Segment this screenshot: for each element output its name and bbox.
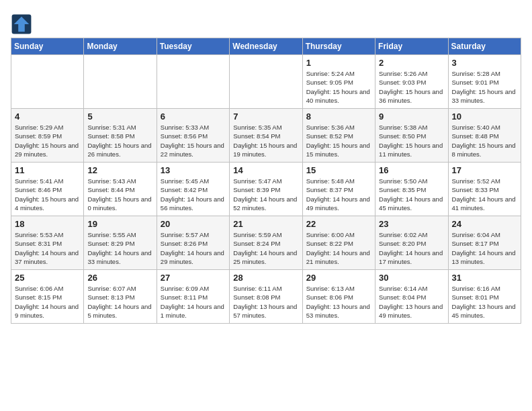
calendar-cell: 21Sunrise: 5:59 AM Sunset: 8:24 PM Dayli… xyxy=(230,216,302,270)
calendar-cell: 7Sunrise: 5:35 AM Sunset: 8:54 PM Daylig… xyxy=(230,109,302,163)
day-number: 30 xyxy=(379,273,444,283)
day-info: Sunrise: 6:07 AM Sunset: 8:13 PM Dayligh… xyxy=(87,284,152,320)
day-number: 20 xyxy=(161,219,226,229)
page-header xyxy=(11,11,521,35)
calendar-cell: 29Sunrise: 6:13 AM Sunset: 8:06 PM Dayli… xyxy=(302,270,375,324)
day-number: 19 xyxy=(87,219,152,229)
day-info: Sunrise: 6:09 AM Sunset: 8:11 PM Dayligh… xyxy=(161,284,226,320)
weekday-header-wednesday: Wednesday xyxy=(230,38,302,55)
calendar-cell: 26Sunrise: 6:07 AM Sunset: 8:13 PM Dayli… xyxy=(84,270,157,324)
day-info: Sunrise: 5:36 AM Sunset: 8:52 PM Dayligh… xyxy=(306,123,371,158)
calendar-cell: 28Sunrise: 6:11 AM Sunset: 8:08 PM Dayli… xyxy=(230,270,302,324)
day-number: 29 xyxy=(306,273,371,283)
day-info: Sunrise: 5:31 AM Sunset: 8:58 PM Dayligh… xyxy=(87,123,152,158)
calendar-cell: 2Sunrise: 5:26 AM Sunset: 9:03 PM Daylig… xyxy=(375,55,448,109)
day-number: 24 xyxy=(452,219,517,229)
day-info: Sunrise: 6:16 AM Sunset: 8:01 PM Dayligh… xyxy=(452,284,517,320)
day-number: 26 xyxy=(87,273,152,283)
calendar-cell: 17Sunrise: 5:52 AM Sunset: 8:33 PM Dayli… xyxy=(448,163,521,216)
day-number: 5 xyxy=(87,111,152,122)
calendar-cell: 23Sunrise: 6:02 AM Sunset: 8:20 PM Dayli… xyxy=(375,216,448,270)
day-info: Sunrise: 5:47 AM Sunset: 8:39 PM Dayligh… xyxy=(233,177,298,212)
calendar-cell: 25Sunrise: 6:06 AM Sunset: 8:15 PM Dayli… xyxy=(11,270,84,324)
calendar-cell: 22Sunrise: 6:00 AM Sunset: 8:22 PM Dayli… xyxy=(302,216,375,270)
day-number: 25 xyxy=(15,273,80,283)
logo xyxy=(11,13,35,35)
calendar-cell: 16Sunrise: 5:50 AM Sunset: 8:35 PM Dayli… xyxy=(375,163,448,216)
day-number: 1 xyxy=(306,58,371,68)
day-info: Sunrise: 5:28 AM Sunset: 9:01 PM Dayligh… xyxy=(452,69,517,105)
day-info: Sunrise: 5:48 AM Sunset: 8:37 PM Dayligh… xyxy=(306,177,371,212)
calendar-week-row: 25Sunrise: 6:06 AM Sunset: 8:15 PM Dayli… xyxy=(11,270,521,324)
day-number: 3 xyxy=(452,58,517,68)
day-info: Sunrise: 5:59 AM Sunset: 8:24 PM Dayligh… xyxy=(233,230,298,266)
calendar-cell: 20Sunrise: 5:57 AM Sunset: 8:26 PM Dayli… xyxy=(157,216,229,270)
calendar-cell: 18Sunrise: 5:53 AM Sunset: 8:31 PM Dayli… xyxy=(11,216,84,270)
calendar-table: SundayMondayTuesdayWednesdayThursdayFrid… xyxy=(11,38,521,324)
day-number: 7 xyxy=(233,111,298,122)
day-info: Sunrise: 5:57 AM Sunset: 8:26 PM Dayligh… xyxy=(161,230,226,266)
day-number: 6 xyxy=(161,111,226,122)
day-number: 31 xyxy=(452,273,517,283)
calendar-week-row: 11Sunrise: 5:41 AM Sunset: 8:46 PM Dayli… xyxy=(11,163,521,216)
day-number: 8 xyxy=(306,111,371,122)
weekday-header-saturday: Saturday xyxy=(448,38,521,55)
day-info: Sunrise: 5:55 AM Sunset: 8:29 PM Dayligh… xyxy=(87,230,152,266)
day-number: 2 xyxy=(379,58,444,68)
day-number: 23 xyxy=(379,219,444,229)
day-info: Sunrise: 5:52 AM Sunset: 8:33 PM Dayligh… xyxy=(452,177,517,212)
calendar-cell: 8Sunrise: 5:36 AM Sunset: 8:52 PM Daylig… xyxy=(302,109,375,163)
calendar-cell xyxy=(230,55,302,109)
calendar-cell: 13Sunrise: 5:45 AM Sunset: 8:42 PM Dayli… xyxy=(157,163,229,216)
day-info: Sunrise: 6:06 AM Sunset: 8:15 PM Dayligh… xyxy=(15,284,80,320)
calendar-header-row: SundayMondayTuesdayWednesdayThursdayFrid… xyxy=(11,38,521,55)
calendar-cell xyxy=(11,55,84,109)
calendar-cell: 6Sunrise: 5:33 AM Sunset: 8:56 PM Daylig… xyxy=(157,109,229,163)
calendar-cell: 27Sunrise: 6:09 AM Sunset: 8:11 PM Dayli… xyxy=(157,270,229,324)
day-number: 18 xyxy=(15,219,80,229)
day-number: 4 xyxy=(15,111,80,122)
calendar-cell: 30Sunrise: 6:14 AM Sunset: 8:04 PM Dayli… xyxy=(375,270,448,324)
day-info: Sunrise: 5:29 AM Sunset: 8:59 PM Dayligh… xyxy=(15,123,80,158)
day-info: Sunrise: 5:50 AM Sunset: 8:35 PM Dayligh… xyxy=(379,177,444,212)
calendar-cell: 14Sunrise: 5:47 AM Sunset: 8:39 PM Dayli… xyxy=(230,163,302,216)
weekday-header-tuesday: Tuesday xyxy=(157,38,229,55)
day-number: 10 xyxy=(452,111,517,122)
day-info: Sunrise: 5:41 AM Sunset: 8:46 PM Dayligh… xyxy=(15,177,80,212)
calendar-cell: 10Sunrise: 5:40 AM Sunset: 8:48 PM Dayli… xyxy=(448,109,521,163)
day-info: Sunrise: 5:43 AM Sunset: 8:44 PM Dayligh… xyxy=(87,177,152,212)
day-info: Sunrise: 5:33 AM Sunset: 8:56 PM Dayligh… xyxy=(161,123,226,158)
day-number: 12 xyxy=(87,165,152,175)
day-number: 14 xyxy=(233,165,298,175)
day-info: Sunrise: 5:35 AM Sunset: 8:54 PM Dayligh… xyxy=(233,123,298,158)
day-number: 16 xyxy=(379,165,444,175)
calendar-cell: 11Sunrise: 5:41 AM Sunset: 8:46 PM Dayli… xyxy=(11,163,84,216)
day-number: 17 xyxy=(452,165,517,175)
day-number: 27 xyxy=(161,273,226,283)
day-info: Sunrise: 5:24 AM Sunset: 9:05 PM Dayligh… xyxy=(306,69,371,105)
calendar-cell: 3Sunrise: 5:28 AM Sunset: 9:01 PM Daylig… xyxy=(448,55,521,109)
day-number: 13 xyxy=(161,165,226,175)
calendar-cell: 19Sunrise: 5:55 AM Sunset: 8:29 PM Dayli… xyxy=(84,216,157,270)
weekday-header-sunday: Sunday xyxy=(11,38,84,55)
weekday-header-friday: Friday xyxy=(375,38,448,55)
calendar-week-row: 1Sunrise: 5:24 AM Sunset: 9:05 PM Daylig… xyxy=(11,55,521,109)
calendar-cell: 24Sunrise: 6:04 AM Sunset: 8:17 PM Dayli… xyxy=(448,216,521,270)
day-info: Sunrise: 5:26 AM Sunset: 9:03 PM Dayligh… xyxy=(379,69,444,105)
calendar-cell: 1Sunrise: 5:24 AM Sunset: 9:05 PM Daylig… xyxy=(302,55,375,109)
day-info: Sunrise: 6:00 AM Sunset: 8:22 PM Dayligh… xyxy=(306,230,371,266)
day-number: 11 xyxy=(15,165,80,175)
calendar-cell: 9Sunrise: 5:38 AM Sunset: 8:50 PM Daylig… xyxy=(375,109,448,163)
day-info: Sunrise: 6:13 AM Sunset: 8:06 PM Dayligh… xyxy=(306,284,371,320)
calendar-cell: 31Sunrise: 6:16 AM Sunset: 8:01 PM Dayli… xyxy=(448,270,521,324)
day-number: 22 xyxy=(306,219,371,229)
day-info: Sunrise: 5:40 AM Sunset: 8:48 PM Dayligh… xyxy=(452,123,517,158)
calendar-cell xyxy=(84,55,157,109)
day-number: 21 xyxy=(233,219,298,229)
calendar-cell: 12Sunrise: 5:43 AM Sunset: 8:44 PM Dayli… xyxy=(84,163,157,216)
calendar-cell xyxy=(157,55,229,109)
calendar-cell: 4Sunrise: 5:29 AM Sunset: 8:59 PM Daylig… xyxy=(11,109,84,163)
weekday-header-monday: Monday xyxy=(84,38,157,55)
day-info: Sunrise: 5:45 AM Sunset: 8:42 PM Dayligh… xyxy=(161,177,226,212)
logo-icon xyxy=(11,13,32,35)
